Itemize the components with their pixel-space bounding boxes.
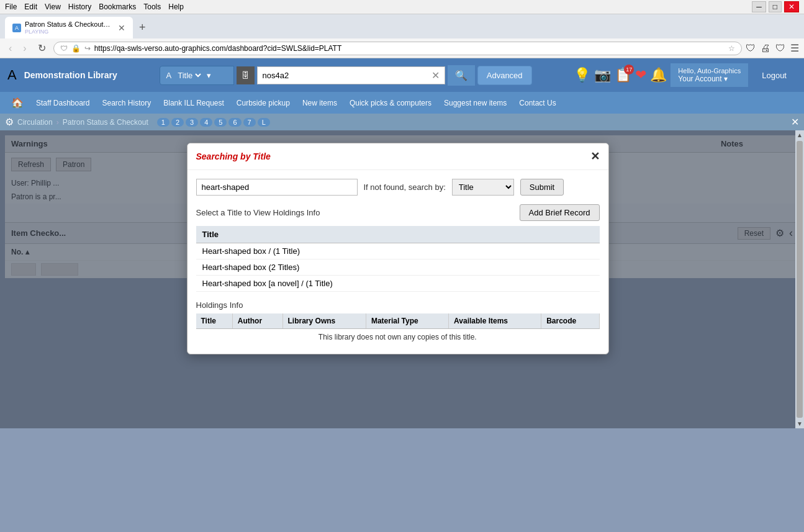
hamburger-menu[interactable]: ☰ <box>790 42 799 54</box>
tab-1[interactable]: 1 <box>157 118 169 127</box>
extension-icon[interactable]: 🛡 <box>775 42 785 54</box>
menu-file[interactable]: File <box>5 2 17 11</box>
modal-submit-button[interactable]: Submit <box>520 179 564 196</box>
browser-chrome: File Edit View History Bookmarks Tools H… <box>0 0 804 58</box>
holdings-table: Title Author Library Owns Material Type … <box>196 313 600 345</box>
home-nav-button[interactable]: 🏠 <box>5 92 30 114</box>
forward-button[interactable]: › <box>19 42 30 55</box>
modal-title: Searching by Title <box>196 151 271 161</box>
modal-close-button[interactable]: ✕ <box>590 150 600 163</box>
tab-subtitle: PLAYING <box>25 29 112 35</box>
search-type-icon: A <box>166 71 172 80</box>
main-content: Warnings Notes Refresh Patron User: Phil… <box>0 130 804 428</box>
search-type-selector[interactable]: A Title ▾ <box>160 66 234 85</box>
nav-suggest[interactable]: Suggest new items <box>438 94 513 112</box>
logout-button[interactable]: Logout <box>752 67 797 84</box>
holdings-available-col: Available Items <box>449 313 541 329</box>
search-type-chevron: ▾ <box>207 71 211 80</box>
window-maximize[interactable]: □ <box>769 1 782 12</box>
app-logo-icon: A <box>7 67 17 83</box>
holdings-label: Holdings Info <box>196 300 600 310</box>
holdings-barcode-col: Barcode <box>541 313 599 329</box>
nav-search-history[interactable]: Search History <box>96 94 158 112</box>
list-badge[interactable]: 📋 17 <box>615 67 631 83</box>
list-count: 17 <box>624 65 634 74</box>
refresh-button[interactable]: ↻ <box>34 41 50 55</box>
new-tab-button[interactable]: + <box>135 20 150 35</box>
search-submit-button[interactable]: 🔍 <box>448 65 475 86</box>
heart-badge[interactable]: ❤ <box>635 67 646 83</box>
search-bar-container: A Title ▾ 🗄 nos4a2 ✕ 🔍 Advanced <box>160 65 532 86</box>
tab-4[interactable]: 4 <box>200 118 212 127</box>
scroll-thumb[interactable] <box>797 141 803 418</box>
window-minimize[interactable]: ─ <box>752 1 766 12</box>
browser-menu-bar: File Edit View History Bookmarks Tools H… <box>0 0 804 14</box>
bell-badge[interactable]: 🔔 <box>650 67 667 83</box>
menu-history[interactable]: History <box>68 2 91 11</box>
add-brief-record-button[interactable]: Add Brief Record <box>520 204 600 221</box>
window-close[interactable]: ✕ <box>784 1 799 12</box>
search-db-button[interactable]: 🗄 <box>237 66 255 84</box>
scroll-down-arrow[interactable]: ▼ <box>795 419 804 428</box>
account-label[interactable]: Your Account ▾ <box>678 74 741 83</box>
tab-2[interactable]: 2 <box>171 118 184 127</box>
firefox-monitor-icon[interactable]: 🛡 <box>746 42 756 54</box>
menu-view[interactable]: View <box>45 2 61 11</box>
search-title-modal: Searching by Title ✕ heart-shaped If not… <box>187 143 609 354</box>
table-row[interactable]: Heart-shaped box / (1 Title) <box>196 243 600 259</box>
db-icon: 🗄 <box>242 71 250 80</box>
header-icons-right: 💡 📷 📋 17 ❤ 🔔 Hello, Auto-Graphics Your A… <box>574 63 797 87</box>
tab-6[interactable]: 6 <box>228 118 241 127</box>
tab-close-button[interactable]: ✕ <box>118 23 125 33</box>
scroll-up-arrow[interactable]: ▲ <box>795 130 804 140</box>
bookmark-icon[interactable]: ☆ <box>728 44 735 53</box>
nav-menu: 🏠 Staff Dashboard Search History Blank I… <box>0 92 804 114</box>
scrollbar-right[interactable]: ▲ ▼ <box>795 130 804 428</box>
table-row[interactable]: Heart-shaped box (2 Titles) <box>196 259 600 276</box>
nav-quick-picks[interactable]: Quick picks & computers <box>343 94 438 112</box>
if-not-found-label: If not found, search by: <box>364 183 446 192</box>
tab-3[interactable]: 3 <box>186 118 198 127</box>
breadcrumb-bar: ⚙ Circulation › Patron Status & Checkout… <box>0 114 804 130</box>
browser-tab-active[interactable]: A Patron Status & Checkout | SW... PLAYI… <box>5 17 133 38</box>
tab-7[interactable]: 7 <box>243 118 256 127</box>
menu-tools[interactable]: Tools <box>143 2 161 11</box>
result-2: Heart-shaped box (2 Titles) <box>196 259 600 276</box>
nav-curbside[interactable]: Curbside pickup <box>230 94 296 112</box>
menu-bookmarks[interactable]: Bookmarks <box>99 2 136 11</box>
browser-tab-bar: A Patron Status & Checkout | SW... PLAYI… <box>0 14 804 38</box>
menu-help[interactable]: Help <box>168 2 184 11</box>
address-bar[interactable]: 🛡 🔒 ↪ https://qa-swls-verso.auto-graphic… <box>53 42 742 55</box>
address-input[interactable]: https://qa-swls-verso.auto-graphics.com/… <box>94 44 725 53</box>
search-clear-button[interactable]: ✕ <box>431 70 440 81</box>
modal-search-input[interactable]: heart-shaped <box>196 179 358 196</box>
tab-l[interactable]: L <box>258 118 270 127</box>
main-search-input[interactable]: nos4a2 <box>263 71 431 80</box>
lightbulb-icon[interactable]: 💡 <box>574 67 590 83</box>
bell-icon: 🔔 <box>650 67 667 83</box>
search-by-dropdown[interactable]: Title Author Subject ISBN <box>452 179 514 196</box>
camera-icon[interactable]: 📷 <box>594 67 611 83</box>
lock-icon: 🔒 <box>71 44 81 53</box>
results-title-header: Title <box>196 226 600 243</box>
modal-overlay: Searching by Title ✕ heart-shaped If not… <box>0 130 795 428</box>
app-header: A Demonstration Library A Title ▾ 🗄 nos4… <box>0 58 804 92</box>
table-row[interactable]: Heart-shaped box [a novel] / (1 Title) <box>196 276 600 292</box>
menu-edit[interactable]: Edit <box>24 2 37 11</box>
circulation-icon: ⚙ <box>5 116 14 128</box>
search-type-dropdown[interactable]: Title <box>175 70 203 81</box>
breadcrumb-patron-checkout[interactable]: Patron Status & Checkout <box>63 118 148 127</box>
tab-5[interactable]: 5 <box>214 118 227 127</box>
back-button[interactable]: ‹ <box>5 42 16 55</box>
nav-blank-ill[interactable]: Blank ILL Request <box>157 94 230 112</box>
nav-staff-dashboard[interactable]: Staff Dashboard <box>30 94 96 112</box>
account-section[interactable]: Hello, Auto-Graphics Your Account ▾ <box>671 63 748 87</box>
nav-contact[interactable]: Contact Us <box>513 94 562 112</box>
breadcrumb-circulation[interactable]: Circulation <box>17 118 53 127</box>
result-3: Heart-shaped box [a novel] / (1 Title) <box>196 276 600 292</box>
close-page-button[interactable]: ✕ <box>791 116 799 128</box>
print-icon[interactable]: 🖨 <box>761 42 770 54</box>
browser-nav-bar: ‹ › ↻ 🛡 🔒 ↪ https://qa-swls-verso.auto-g… <box>0 38 804 58</box>
advanced-search-button[interactable]: Advanced <box>477 66 532 85</box>
nav-new-items[interactable]: New items <box>296 94 343 112</box>
